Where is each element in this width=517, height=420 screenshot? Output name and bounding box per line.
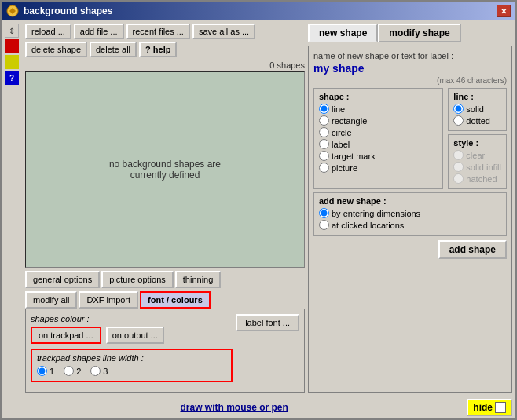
shapes-colour-section: shapes colour : on trackpad ... on outpu… bbox=[31, 314, 233, 344]
line-solid-radio[interactable] bbox=[453, 104, 464, 114]
shape-group-label: shape : bbox=[319, 92, 438, 101]
shape-picture-text: picture bbox=[332, 163, 358, 173]
red-icon[interactable] bbox=[5, 39, 19, 53]
label-font-button[interactable]: label font ... bbox=[236, 314, 299, 331]
shape-targetmark-text: target mark bbox=[332, 152, 376, 161]
close-button[interactable]: ✕ bbox=[497, 5, 511, 17]
tab-modify-shape[interactable]: modify shape bbox=[378, 24, 460, 42]
left-panel: reload ... add file ... recent files ...… bbox=[25, 24, 305, 393]
shape-rectangle-text: rectangle bbox=[332, 116, 367, 126]
shape-label-text: label bbox=[332, 140, 350, 149]
style-clear-label[interactable]: clear bbox=[453, 150, 501, 160]
add-by-dimensions-label[interactable]: by entering dimensions bbox=[319, 208, 501, 218]
add-by-dimensions-text: by entering dimensions bbox=[332, 209, 420, 218]
shape-line-radio[interactable] bbox=[319, 104, 329, 114]
shape-circle-radio[interactable] bbox=[319, 127, 329, 137]
side-icons: ⇕ ? bbox=[5, 24, 19, 393]
style-group-label: style : bbox=[453, 138, 501, 148]
help-button[interactable]: ? help bbox=[139, 42, 177, 57]
linewidth-2-label[interactable]: 2 bbox=[64, 366, 81, 376]
line-group: line : solid dotted bbox=[448, 88, 507, 131]
shape-name-label: name of new shape or text for label : bbox=[314, 51, 507, 60]
app-icon bbox=[6, 5, 19, 17]
line-dotted-label[interactable]: dotted bbox=[453, 115, 501, 126]
tab-modify-all[interactable]: modify all bbox=[25, 291, 77, 309]
style-solidinfill-label[interactable]: solid infill bbox=[453, 162, 501, 172]
shape-line-label[interactable]: line bbox=[319, 104, 438, 114]
delete-shape-button[interactable]: delete shape bbox=[25, 42, 87, 57]
shape-name-section: name of new shape or text for label : my… bbox=[314, 51, 507, 85]
tab-thinning[interactable]: thinning bbox=[175, 271, 222, 288]
bottom-bar: draw with mouse or pen hide bbox=[2, 396, 515, 418]
content-area: ⇕ ? reload ... add file ... recent files… bbox=[2, 20, 515, 396]
shape-rectangle-label[interactable]: rectangle bbox=[319, 115, 438, 126]
colour-buttons: on trackpad ... on output ... bbox=[31, 327, 233, 344]
line-group-label: line : bbox=[453, 92, 501, 101]
linewidth-2-text: 2 bbox=[76, 367, 81, 376]
add-by-dimensions-radio[interactable] bbox=[319, 208, 329, 218]
shape-picture-radio[interactable] bbox=[319, 163, 329, 173]
toolbar: reload ... add file ... recent files ...… bbox=[25, 24, 305, 57]
title-bar: background shapes ✕ bbox=[2, 2, 515, 20]
linewidth-1-radio[interactable] bbox=[37, 366, 47, 376]
linewidth-1-text: 1 bbox=[50, 367, 54, 376]
linewidth-1-label[interactable]: 1 bbox=[37, 366, 54, 376]
tab-general-options[interactable]: general options bbox=[25, 271, 100, 288]
save-all-button[interactable]: save all as ... bbox=[192, 24, 255, 39]
add-file-button[interactable]: add file ... bbox=[74, 24, 124, 39]
scroll-icon[interactable]: ⇕ bbox=[5, 24, 19, 38]
line-dotted-text: dotted bbox=[466, 116, 490, 126]
shape-label-radio[interactable] bbox=[319, 139, 329, 149]
tab-picture-options[interactable]: picture options bbox=[101, 271, 174, 288]
draw-label: draw with mouse or pen bbox=[5, 402, 464, 413]
linewidth-3-radio[interactable] bbox=[90, 366, 101, 376]
add-btn-row: add shape bbox=[314, 239, 507, 259]
add-shape-label: add new shape : bbox=[319, 196, 501, 206]
right-content: name of new shape or text for label : my… bbox=[308, 46, 512, 393]
shape-picture-label[interactable]: picture bbox=[319, 163, 438, 173]
style-group: style : clear solid infill bbox=[448, 134, 507, 189]
add-at-clicked-radio[interactable] bbox=[319, 220, 329, 230]
right-panel: new shape modify shape name of new shape… bbox=[308, 24, 512, 393]
shape-rectangle-radio[interactable] bbox=[319, 115, 329, 126]
tab-dxf[interactable]: DXF import bbox=[79, 291, 138, 309]
max-chars-label: (max 46 characters) bbox=[314, 76, 507, 85]
hide-checkbox-icon bbox=[495, 402, 506, 413]
style-clear-text: clear bbox=[466, 151, 485, 160]
style-hatched-label[interactable]: hatched bbox=[453, 173, 501, 184]
tab-font-colours[interactable]: font / colours bbox=[140, 291, 211, 309]
line-solid-text: solid bbox=[466, 104, 484, 114]
add-shape-button[interactable]: add shape bbox=[438, 240, 507, 259]
linewidth-3-label[interactable]: 3 bbox=[90, 366, 108, 376]
shape-circle-label[interactable]: circle bbox=[319, 127, 438, 137]
shape-targetmark-label[interactable]: target mark bbox=[319, 151, 438, 161]
style-hatched-text: hatched bbox=[466, 174, 497, 184]
add-shape-section: add new shape : by entering dimensions a… bbox=[314, 192, 507, 236]
recent-files-button[interactable]: recent files ... bbox=[126, 24, 190, 39]
add-at-clicked-label[interactable]: at clicked locations bbox=[319, 220, 501, 230]
style-solidinfill-text: solid infill bbox=[466, 163, 501, 172]
yellow-icon[interactable] bbox=[5, 55, 19, 69]
delete-all-button[interactable]: delete all bbox=[90, 42, 137, 57]
output-colour-button[interactable]: on output ... bbox=[106, 327, 164, 344]
reload-button[interactable]: reload ... bbox=[25, 24, 72, 39]
shape-label-label[interactable]: label bbox=[319, 139, 438, 149]
canvas-empty-text: no background shapes arecurrently define… bbox=[109, 159, 221, 181]
line-solid-label[interactable]: solid bbox=[453, 104, 501, 114]
help-side-icon[interactable]: ? bbox=[5, 71, 19, 85]
linewidth-2-radio[interactable] bbox=[64, 366, 74, 376]
trackpad-colour-button[interactable]: on trackpad ... bbox=[31, 327, 101, 344]
hide-button[interactable]: hide bbox=[467, 399, 512, 416]
shape-group: shape : line rectangle circle bbox=[314, 88, 443, 189]
label-font-area: label font ... bbox=[236, 314, 299, 334]
tab-new-shape[interactable]: new shape bbox=[308, 24, 378, 42]
line-dotted-radio[interactable] bbox=[453, 115, 464, 126]
shape-name-value: my shape bbox=[314, 62, 507, 75]
bottom-tabs: general options picture options thinning bbox=[25, 271, 305, 288]
linewidth-radios: 1 2 3 bbox=[37, 366, 226, 378]
bottom-options-panel: shapes colour : on trackpad ... on outpu… bbox=[25, 309, 305, 393]
style-hatched-radio bbox=[453, 173, 464, 184]
shapes-count: 0 shapes bbox=[25, 60, 305, 70]
shape-targetmark-radio[interactable] bbox=[319, 151, 329, 161]
colours-linewidth-section: shapes colour : on trackpad ... on outpu… bbox=[31, 314, 233, 387]
